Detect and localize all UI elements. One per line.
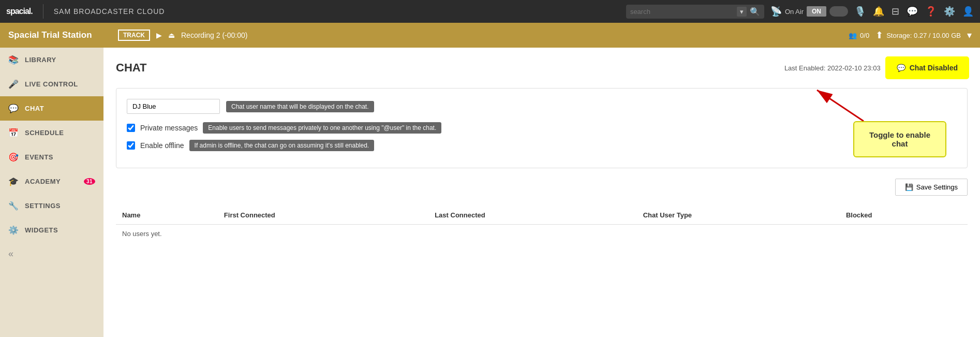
save-icon: 💾	[905, 183, 913, 191]
antenna-icon: 📡	[770, 6, 782, 17]
col-last-connected: Last Connected	[428, 206, 637, 225]
logo: spacial.	[6, 7, 33, 16]
chat-sidebar-icon: 💬	[8, 104, 19, 113]
play-icon[interactable]: ▶	[156, 31, 162, 39]
sidebar-item-library[interactable]: 📚 LIBRARY	[0, 48, 103, 72]
sidebar-item-schedule[interactable]: 📅 SCHEDULE	[0, 121, 103, 145]
widgets-icon: ⚙️	[8, 225, 19, 235]
on-air-label: On Air	[785, 8, 804, 16]
search-dropdown-button[interactable]: ▾	[737, 7, 747, 17]
equalizer-icon[interactable]: ⊟	[892, 6, 899, 17]
main-layout: 📚 LIBRARY 🎤 LIVE CONTROL 💬 CHAT 📅 SCHEDU…	[0, 48, 980, 337]
microphone-icon[interactable]: 🎙️	[854, 6, 866, 17]
sidebar: 📚 LIBRARY 🎤 LIVE CONTROL 💬 CHAT 📅 SCHEDU…	[0, 48, 103, 337]
collapse-arrow[interactable]: ▾	[967, 30, 972, 41]
chat-disabled-button[interactable]: 💬 Chat Disabled	[887, 58, 968, 78]
sidebar-collapse-button[interactable]: «	[0, 242, 103, 266]
gear-icon[interactable]: ⚙️	[944, 6, 955, 17]
sidebar-label-live-control: LIVE CONTROL	[25, 80, 78, 88]
academy-badge: 31	[84, 178, 95, 185]
sidebar-label-chat: CHAT	[25, 105, 44, 112]
svg-line-1	[817, 90, 864, 121]
chat-bubble-icon: 💬	[897, 64, 905, 72]
library-icon: 📚	[8, 55, 19, 65]
storage-text: Storage: 0.27 / 10.00 GB	[886, 32, 961, 39]
app-name: SAM BROADCASTER CLOUD	[54, 7, 165, 16]
on-air-toggle[interactable]: ON	[807, 6, 826, 17]
listeners-info: 👥 0/0	[849, 32, 869, 39]
station-name: Spacial Trial Station	[8, 30, 112, 40]
academy-icon: 🎓	[8, 177, 19, 186]
sidebar-item-widgets[interactable]: ⚙️ WIDGETS	[0, 218, 103, 242]
enable-offline-checkbox[interactable]	[127, 141, 135, 150]
col-chat-user-type: Chat User Type	[637, 206, 840, 225]
no-users-text: No users yet.	[116, 225, 968, 243]
user-icon[interactable]: 👤	[962, 6, 974, 17]
live-control-icon: 🎤	[8, 79, 19, 89]
listeners-count: 0/0	[860, 32, 869, 39]
col-name: Name	[116, 206, 218, 225]
settings-icon: 🔧	[8, 201, 19, 211]
private-messages-label: Private messages	[140, 124, 198, 132]
search-icon-button[interactable]: 🔍	[750, 7, 760, 17]
last-enabled-text: Last Enabled: 2022-02-10 23:03	[784, 64, 881, 72]
username-input[interactable]	[127, 99, 220, 114]
private-messages-tooltip: Enable users to send messages privately …	[203, 122, 441, 134]
content-area: CHAT Last Enabled: 2022-02-10 23:03 💬 Ch…	[103, 48, 980, 337]
sidebar-label-academy: ACADEMY	[25, 178, 61, 185]
sidebar-item-chat[interactable]: 💬 CHAT	[0, 96, 103, 121]
eject-icon[interactable]: ⏏	[168, 31, 175, 39]
search-container: ▾ 🔍	[626, 5, 764, 19]
sidebar-item-settings[interactable]: 🔧 SETTINGS	[0, 194, 103, 218]
nav-icons: 🎙️ 🔔 ⊟ 💬 ❓ ⚙️ 👤	[854, 6, 974, 17]
upload-icon: ⬆	[875, 30, 883, 41]
enable-offline-row: Enable offline If admin is offline, the …	[127, 140, 957, 151]
search-input[interactable]	[630, 8, 734, 16]
username-tooltip: Chat user name that will be displayed on…	[226, 101, 374, 112]
on-air-section: 📡 On Air ON	[770, 6, 848, 17]
nav-divider	[43, 4, 43, 19]
sidebar-label-widgets: WIDGETS	[25, 226, 58, 234]
page-title: CHAT	[116, 61, 784, 75]
sidebar-item-live-control[interactable]: 🎤 LIVE CONTROL	[0, 72, 103, 96]
settings-panel: Chat user name that will be displayed on…	[116, 88, 968, 168]
sidebar-item-academy[interactable]: 🎓 ACADEMY 31	[0, 169, 103, 194]
sidebar-label-settings: SETTINGS	[25, 202, 61, 210]
events-icon: 🎯	[8, 152, 19, 162]
chat-disabled-label: Chat Disabled	[910, 64, 958, 72]
schedule-icon: 📅	[8, 128, 19, 138]
sidebar-label-events: EVENTS	[25, 153, 53, 161]
col-first-connected: First Connected	[218, 206, 428, 225]
enable-offline-tooltip: If admin is offline, the chat can go on …	[189, 140, 375, 151]
top-nav-bar: spacial. SAM BROADCASTER CLOUD ▾ 🔍 📡 On …	[0, 0, 980, 23]
page-header: CHAT Last Enabled: 2022-02-10 23:03 💬 Ch…	[116, 58, 968, 78]
private-messages-checkbox[interactable]	[127, 124, 135, 132]
listeners-icon: 👥	[849, 32, 857, 39]
save-settings-button[interactable]: 💾 Save Settings	[895, 179, 968, 196]
chat-icon[interactable]: 💬	[907, 6, 918, 17]
track-badge: TRACK	[118, 30, 150, 41]
save-settings-area: 💾 Save Settings	[116, 179, 968, 196]
sidebar-label-schedule: SCHEDULE	[25, 129, 64, 137]
toggle-tooltip-box: Toggle to enable chat	[853, 121, 946, 157]
save-settings-label: Save Settings	[916, 183, 958, 191]
help-icon[interactable]: ❓	[925, 6, 937, 17]
red-arrow-svg	[812, 85, 874, 126]
users-table: Name First Connected Last Connected Chat…	[116, 206, 968, 243]
sidebar-item-events[interactable]: 🎯 EVENTS	[0, 145, 103, 169]
recording-text: Recording 2 (-00:00)	[181, 31, 247, 39]
table-row-empty: No users yet.	[116, 225, 968, 243]
bell-icon[interactable]: 🔔	[873, 6, 884, 17]
enable-offline-label: Enable offline	[140, 141, 184, 150]
storage-info: ⬆ Storage: 0.27 / 10.00 GB	[875, 30, 961, 41]
sidebar-label-library: LIBRARY	[25, 56, 56, 64]
col-blocked: Blocked	[840, 206, 968, 225]
station-bar: Spacial Trial Station TRACK ▶ ⏏ Recordin…	[0, 23, 980, 48]
